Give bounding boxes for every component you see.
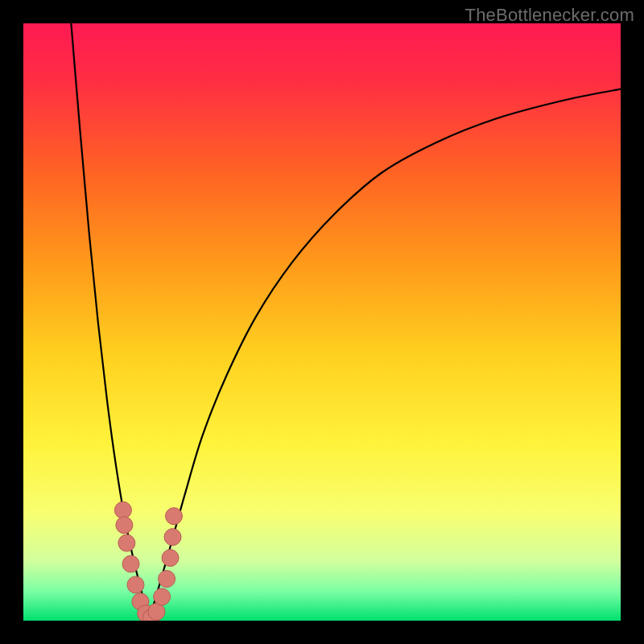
marker-point xyxy=(148,603,165,620)
plot-area xyxy=(23,23,621,621)
marker-point xyxy=(154,588,171,605)
curve-layer xyxy=(23,23,621,621)
marker-point xyxy=(127,576,144,593)
marker-point xyxy=(116,517,133,534)
marker-point xyxy=(122,555,139,572)
marker-point xyxy=(164,529,181,546)
marker-point xyxy=(118,535,135,551)
chart-frame: TheBottlenecker.com xyxy=(0,0,644,644)
marker-point xyxy=(159,571,175,588)
marker-point xyxy=(162,550,179,567)
curve-left-branch xyxy=(71,23,148,621)
curve-right-branch xyxy=(149,89,621,621)
marker-point xyxy=(165,508,182,525)
marker-cluster xyxy=(114,502,182,621)
watermark-text: TheBottlenecker.com xyxy=(465,5,634,26)
marker-point xyxy=(114,502,131,518)
